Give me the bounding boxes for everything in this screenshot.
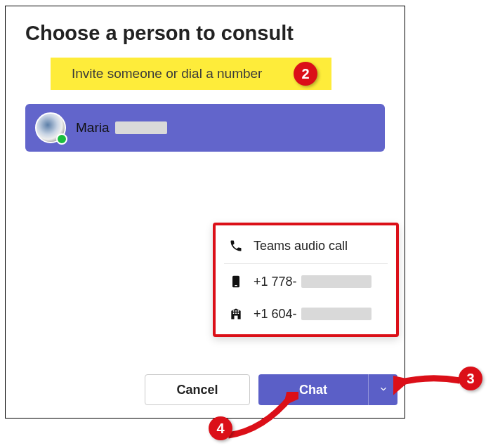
presence-available-icon bbox=[56, 133, 67, 145]
person-name: Maria bbox=[76, 120, 167, 136]
svg-rect-1 bbox=[235, 285, 237, 286]
menu-divider bbox=[224, 263, 388, 264]
mobile-phone-icon bbox=[228, 274, 244, 289]
menu-item-mobile-number[interactable]: +1 778- bbox=[216, 265, 396, 298]
search-row[interactable]: Invite someone or dial a number 2 bbox=[51, 58, 331, 90]
selected-person-row[interactable]: Maria bbox=[25, 104, 385, 152]
panel-title: Choose a person to consult bbox=[25, 22, 385, 45]
redacted-phone1 bbox=[301, 275, 372, 288]
menu-item-teams-call[interactable]: Teams audio call bbox=[216, 230, 396, 262]
building-icon bbox=[228, 306, 244, 322]
button-row: Cancel Chat bbox=[145, 374, 397, 405]
phone2-prefix: +1 604- bbox=[254, 307, 297, 322]
annotation-badge-3: 3 bbox=[459, 367, 482, 390]
menu-item-work-number[interactable]: +1 604- bbox=[216, 298, 396, 330]
chat-split-button: Chat bbox=[258, 374, 397, 405]
chat-dropdown-menu: Teams audio call +1 778- +1 604- bbox=[213, 223, 399, 337]
menu-label-teams-call: Teams audio call bbox=[254, 239, 348, 253]
chat-button[interactable]: Chat bbox=[258, 374, 368, 405]
chat-dropdown-toggle[interactable] bbox=[368, 374, 397, 405]
avatar bbox=[35, 112, 66, 143]
redacted-last-name bbox=[115, 121, 167, 134]
consult-panel: Choose a person to consult Invite someon… bbox=[5, 6, 405, 419]
annotation-badge-2: 2 bbox=[294, 62, 317, 86]
menu-label-mobile: +1 778- bbox=[254, 275, 372, 289]
person-first-name: Maria bbox=[76, 120, 110, 136]
phone1-prefix: +1 778- bbox=[254, 275, 297, 289]
menu-label-work: +1 604- bbox=[254, 307, 372, 322]
redacted-phone2 bbox=[301, 308, 372, 320]
chevron-down-icon bbox=[379, 384, 388, 396]
search-placeholder: Invite someone or dial a number bbox=[72, 66, 262, 81]
phone-handset-icon bbox=[228, 238, 244, 253]
cancel-button[interactable]: Cancel bbox=[145, 374, 250, 405]
annotation-badge-4: 4 bbox=[209, 416, 232, 440]
